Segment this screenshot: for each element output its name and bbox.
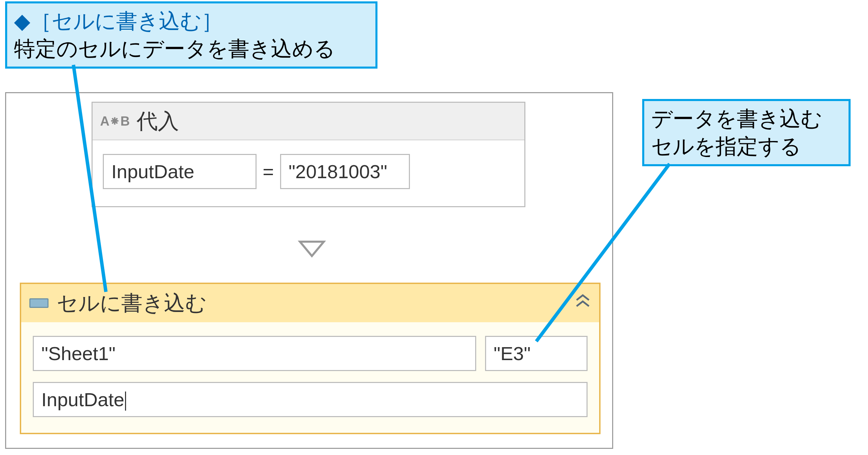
assign-activity-body: InputDate = "20181003" bbox=[93, 140, 524, 206]
assign-activity-header: A⁕B 代入 bbox=[93, 103, 524, 140]
write-cell-header: セルに書き込む bbox=[21, 284, 599, 322]
callout-write-cell-description: ◆［セルに書き込む］ 特定のセルにデータを書き込める bbox=[5, 1, 377, 69]
collapse-icon[interactable] bbox=[575, 293, 591, 313]
callout-diamond-icon: ◆ bbox=[14, 9, 30, 33]
assign-activity[interactable]: A⁕B 代入 InputDate = "20181003" bbox=[92, 102, 525, 207]
sheet-name-field[interactable]: "Sheet1" bbox=[33, 336, 476, 371]
write-cell-icon bbox=[29, 298, 49, 308]
write-cell-activity[interactable]: セルに書き込む "Sheet1" "E3" InputDate bbox=[20, 283, 601, 434]
assign-icon: A⁕B bbox=[100, 114, 130, 129]
workflow-panel: A⁕B 代入 InputDate = "20181003" セルに書き込む bbox=[5, 92, 613, 449]
callout-body: 特定のセルにデータを書き込める bbox=[14, 35, 369, 63]
callout-heading: ［セルに書き込む］ bbox=[30, 9, 223, 33]
callout-right-line2: セルを指定する bbox=[651, 133, 842, 160]
assign-value-field[interactable]: "20181003" bbox=[280, 154, 410, 189]
cell-value-field[interactable]: InputDate bbox=[33, 382, 588, 417]
assign-equals-label: = bbox=[261, 160, 276, 183]
write-cell-title: セルに書き込む bbox=[57, 289, 207, 317]
callout-specify-cell: データを書き込む セルを指定する bbox=[642, 99, 851, 166]
assign-activity-title: 代入 bbox=[137, 107, 179, 136]
callout-right-line1: データを書き込む bbox=[651, 105, 842, 133]
flow-arrow-icon bbox=[297, 235, 327, 262]
cell-reference-field[interactable]: "E3" bbox=[485, 336, 588, 371]
write-cell-body: "Sheet1" "E3" InputDate bbox=[21, 322, 599, 433]
assign-to-field[interactable]: InputDate bbox=[103, 154, 257, 189]
svg-marker-0 bbox=[300, 242, 324, 256]
